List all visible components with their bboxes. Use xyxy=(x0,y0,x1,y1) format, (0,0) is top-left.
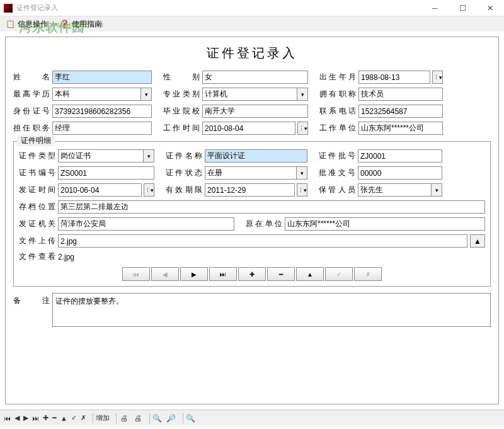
worktime-dropdown-icon[interactable]: ⋮▾ xyxy=(297,122,308,135)
keeper-label: 保管人员 xyxy=(319,185,355,195)
remark-text: 证件的摆放要整齐。 xyxy=(55,297,123,306)
upload-input[interactable] xyxy=(58,234,467,248)
upload-button[interactable]: ▲ xyxy=(470,234,485,248)
remark-textarea[interactable]: 证件的摆放要整齐。 xyxy=(52,293,491,327)
detail-section: 证件明细 证件类型 ▾ 证件名称 证件批号 证书编号 证件状态 ▾ 批准文号 xyxy=(13,141,491,287)
menu-info-ops-label: 信息操作 xyxy=(18,19,48,30)
tb-print-button[interactable]: 🖨 xyxy=(119,413,129,423)
tb-print2-button[interactable]: 🖨 xyxy=(133,413,143,423)
nav-next-button[interactable]: ▶ xyxy=(180,267,208,281)
title-input[interactable] xyxy=(358,88,443,101)
batch-input[interactable] xyxy=(358,149,442,163)
cert-type-dropdown-icon[interactable]: ▾ xyxy=(144,149,154,163)
tb-next-button[interactable]: ▶ xyxy=(23,414,28,422)
title-label: 拥有职称 xyxy=(319,89,356,100)
gender-label: 性 别 xyxy=(163,72,200,83)
company-label: 工作单位 xyxy=(319,123,356,134)
valid-dropdown-icon[interactable]: ⋮▾ xyxy=(297,183,307,197)
tb-last-button[interactable]: ⏭ xyxy=(32,415,39,422)
archive-input[interactable] xyxy=(58,200,485,214)
name-label: 姓 名 xyxy=(13,72,50,83)
menu-info-ops[interactable]: 📋 信息操作 xyxy=(5,19,48,30)
window-title: 证件登记录入 xyxy=(16,3,421,13)
issuer-input[interactable] xyxy=(58,217,234,231)
tb-add-button[interactable]: ✚ xyxy=(43,414,49,422)
id-label: 身份证号 xyxy=(13,106,50,117)
birth-dropdown-icon[interactable]: ⋮▾ xyxy=(432,71,443,84)
nav-delete-button[interactable]: ━ xyxy=(267,267,295,281)
printer-icon: 🖨 xyxy=(133,413,143,423)
company-input[interactable] xyxy=(358,122,443,135)
worktime-input[interactable] xyxy=(202,122,295,135)
edu-input[interactable] xyxy=(52,88,141,101)
approve-input[interactable] xyxy=(358,166,442,180)
orig-unit-input[interactable] xyxy=(285,217,485,231)
window-titlebar: 证件登记录入 ─ ☐ ✕ xyxy=(0,0,504,16)
tb-add-text-button[interactable]: 增加 xyxy=(96,413,110,423)
issue-time-input[interactable] xyxy=(58,183,142,197)
major-label: 专业类别 xyxy=(163,89,200,100)
batch-label: 证件批号 xyxy=(319,151,355,161)
menu-guide[interactable]: ❓ 使用指南 xyxy=(59,19,102,30)
major-dropdown-icon[interactable]: ▾ xyxy=(297,88,308,101)
cert-no-input[interactable] xyxy=(58,166,154,180)
menubar: 📋 信息操作 ❓ 使用指南 河东软件园 xyxy=(0,16,504,31)
worktime-label: 工作时间 xyxy=(163,123,200,134)
name-input[interactable] xyxy=(52,71,152,84)
cert-no-label: 证书编号 xyxy=(19,168,55,178)
minimize-button[interactable]: ─ xyxy=(421,0,449,16)
menu-guide-label: 使用指南 xyxy=(72,19,102,30)
tb-search-button[interactable]: 🔍 xyxy=(152,413,163,423)
remark-label: 备 注 xyxy=(13,293,50,327)
school-input[interactable] xyxy=(202,105,308,118)
keeper-input[interactable] xyxy=(358,183,432,197)
tb-confirm-button[interactable]: ✓ xyxy=(71,414,77,422)
keeper-dropdown-icon[interactable]: ▾ xyxy=(432,183,442,197)
phone-input[interactable] xyxy=(358,105,443,118)
valid-label: 有效期限 xyxy=(166,185,202,195)
id-input[interactable] xyxy=(52,105,152,118)
status-label: 证件状态 xyxy=(166,168,202,178)
cert-name-input[interactable] xyxy=(205,149,307,163)
maximize-button[interactable]: ☐ xyxy=(449,0,476,16)
issuer-label: 发证机关 xyxy=(19,219,55,229)
tb-prev-button[interactable]: ◀ xyxy=(14,414,20,422)
tb-cancel-button[interactable]: ✗ xyxy=(81,414,86,422)
detail-tab-label: 证件明细 xyxy=(17,135,55,146)
view-label: 文件查看 xyxy=(19,251,55,262)
valid-input[interactable] xyxy=(205,183,295,197)
triangle-up-icon: ▲ xyxy=(474,237,481,246)
post-input[interactable] xyxy=(52,122,152,135)
status-dropdown-icon[interactable]: ▾ xyxy=(297,166,307,180)
nav-prev-button[interactable]: ◀ xyxy=(151,267,179,281)
nav-first-button[interactable]: ⏮ xyxy=(122,267,150,281)
page-title: 证件登记录入 xyxy=(13,45,491,62)
form-panel: 证件登记录入 姓 名 性 别 出生年月 ⋮▾ 最高学历 ▾ 专业类别 ▾ 拥有职… xyxy=(5,37,499,404)
nav-cancel-button[interactable]: ✗ xyxy=(354,267,382,281)
tb-delete-button[interactable]: ━ xyxy=(52,414,57,422)
view-value: 2.jpg xyxy=(58,253,74,261)
tb-find-button[interactable]: 🔍 xyxy=(186,413,196,423)
birth-input[interactable] xyxy=(358,71,430,84)
tb-edit-button[interactable]: ▲ xyxy=(60,415,67,422)
cert-type-input[interactable] xyxy=(58,149,144,163)
edu-label: 最高学历 xyxy=(13,89,50,100)
issue-time-label: 发证时间 xyxy=(19,185,55,195)
major-input[interactable] xyxy=(202,88,297,101)
search-icon: 🔍 xyxy=(152,413,163,423)
close-button[interactable]: ✕ xyxy=(476,0,504,16)
tb-first-button[interactable]: ⏮ xyxy=(4,415,11,422)
tb-zoom-button[interactable]: 🔎 xyxy=(166,413,176,423)
edu-dropdown-icon[interactable]: ▾ xyxy=(141,88,152,101)
nav-last-button[interactable]: ⏭ xyxy=(209,267,237,281)
gender-input[interactable] xyxy=(202,71,308,84)
status-input[interactable] xyxy=(205,166,297,180)
issue-time-dropdown-icon[interactable]: ⋮▾ xyxy=(144,183,154,197)
nav-add-button[interactable]: ✚ xyxy=(238,267,266,281)
bottom-toolbar: ⏮ ◀ ▶ ⏭ ✚ ━ ▲ ✓ ✗ 增加 🖨 🖨 🔍 🔎 🔍 xyxy=(0,409,504,426)
nav-edit-button[interactable]: ▲ xyxy=(296,267,324,281)
phone-label: 联系电话 xyxy=(319,106,356,117)
toolbar-separator xyxy=(116,413,117,423)
nav-confirm-button[interactable]: ✓ xyxy=(325,267,353,281)
toolbar-separator xyxy=(183,413,183,423)
